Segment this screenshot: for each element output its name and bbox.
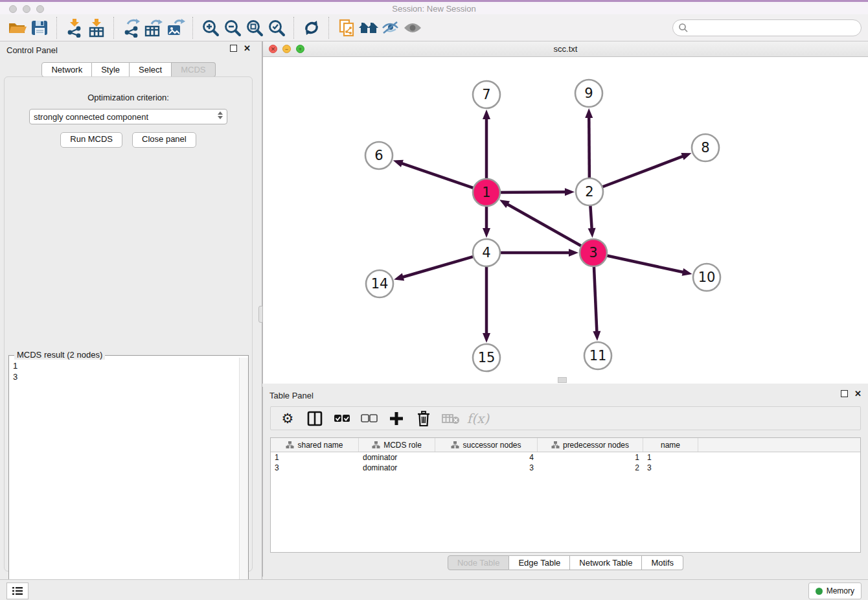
column-header-name[interactable]: name xyxy=(643,438,698,452)
tab-motifs[interactable]: Motifs xyxy=(642,555,683,570)
graph-edge-1-2[interactable] xyxy=(499,192,567,192)
tab-select[interactable]: Select xyxy=(130,62,172,77)
tab-mcds[interactable]: MCDS xyxy=(172,62,215,77)
edge-arrowhead xyxy=(569,249,578,257)
import-network-icon[interactable] xyxy=(63,17,86,38)
node-label-9: 9 xyxy=(584,86,593,101)
edge-arrowhead xyxy=(682,268,692,276)
export-table-icon[interactable] xyxy=(143,17,165,38)
create-column-icon[interactable] xyxy=(387,410,405,428)
hide-selected-icon[interactable] xyxy=(380,17,402,38)
app-titlebar: Session: New Session xyxy=(0,0,868,15)
cell-name[interactable]: 1 xyxy=(643,452,698,463)
graph-edge-2-9[interactable] xyxy=(589,116,589,179)
cell-mcds-role[interactable]: dominator xyxy=(359,463,435,473)
table-panel-title: Table Panel xyxy=(269,391,314,400)
graph-edge-1-6[interactable] xyxy=(400,163,475,188)
search-input[interactable] xyxy=(689,22,856,33)
column-header-shared-name[interactable]: shared name xyxy=(271,438,359,452)
network-canvas[interactable]: 7968124314101511 xyxy=(263,57,868,384)
graph-edge-2-3[interactable] xyxy=(590,204,592,230)
network-window-titlebar[interactable]: ✕ − + scc.txt xyxy=(263,41,868,57)
tab-network[interactable]: Network xyxy=(41,62,92,77)
zoom-in-icon[interactable] xyxy=(200,17,222,38)
node-label-8: 8 xyxy=(701,140,709,156)
cell-name[interactable]: 3 xyxy=(643,463,698,473)
table-panel: Table Panel ✕ ⚙ f(x) xyxy=(262,387,868,577)
graph-edge-3-11[interactable] xyxy=(594,265,597,333)
import-table-icon[interactable] xyxy=(86,17,108,38)
dropdown-stepper-icon xyxy=(218,111,223,119)
node-table[interactable]: shared name MCDS role successor nodes pr… xyxy=(270,437,861,553)
graph-edge-3-10[interactable] xyxy=(606,255,685,273)
run-mcds-button[interactable]: Run MCDS xyxy=(60,132,122,148)
cell-successor-nodes[interactable]: 4 xyxy=(435,452,538,463)
cell-successor-nodes[interactable]: 3 xyxy=(435,463,538,473)
float-panel-icon[interactable] xyxy=(230,45,237,52)
open-session-icon[interactable] xyxy=(6,17,29,38)
table-row[interactable]: 3 dominator 3 2 3 xyxy=(271,463,860,473)
optimization-criterion-select[interactable]: strongly connected component xyxy=(29,109,227,124)
optimization-criterion-label: Optimization criterion: xyxy=(5,93,252,102)
tab-network-table[interactable]: Network Table xyxy=(570,555,642,570)
toolbar-separator xyxy=(328,17,330,39)
cell-mcds-role[interactable]: dominator xyxy=(359,452,435,463)
cell-predecessor-nodes[interactable]: 1 xyxy=(538,452,643,463)
task-history-button[interactable] xyxy=(6,583,29,599)
tab-node-table[interactable]: Node Table xyxy=(448,555,510,570)
list-icon xyxy=(12,586,23,595)
result-line: 1 xyxy=(13,360,236,371)
tab-edge-table[interactable]: Edge Table xyxy=(509,555,570,570)
node-label-10: 10 xyxy=(698,270,716,285)
memory-status-icon xyxy=(816,588,823,595)
memory-button[interactable]: Memory xyxy=(808,583,862,599)
control-panel-tabs: Network Style Select MCDS xyxy=(0,62,257,77)
node-label-1: 1 xyxy=(482,185,490,200)
export-image-icon[interactable] xyxy=(165,17,187,38)
show-all-icon[interactable] xyxy=(402,17,424,38)
close-panel-icon[interactable]: ✕ xyxy=(244,45,251,51)
control-panel: Control Panel ✕ Network Style Select MCD… xyxy=(0,41,257,579)
selected-option: strongly connected component xyxy=(34,112,148,122)
zoom-out-icon[interactable] xyxy=(222,17,244,38)
first-neighbors-icon[interactable] xyxy=(358,17,380,38)
tab-style[interactable]: Style xyxy=(92,62,130,77)
delete-column-icon[interactable] xyxy=(415,410,433,428)
table-settings-icon[interactable]: ⚙ xyxy=(279,410,297,428)
cell-shared-name[interactable]: 3 xyxy=(271,463,359,473)
graph-edge-3-1[interactable] xyxy=(506,203,582,246)
node-label-11: 11 xyxy=(589,348,607,363)
zoom-selected-icon[interactable] xyxy=(266,17,288,38)
column-header-successor-nodes[interactable]: successor nodes xyxy=(435,438,538,452)
save-session-icon[interactable] xyxy=(29,17,51,38)
clone-network-icon[interactable] xyxy=(336,17,358,38)
close-table-panel-icon[interactable]: ✕ xyxy=(854,391,862,397)
cell-shared-name[interactable]: 1 xyxy=(271,452,359,463)
edge-arrowhead xyxy=(483,228,490,238)
graph-edge-4-14[interactable] xyxy=(402,256,475,277)
result-scrollbar[interactable] xyxy=(239,358,248,600)
show-columns-icon[interactable] xyxy=(306,410,324,428)
control-panel-title: Control Panel xyxy=(6,45,58,55)
search-box[interactable] xyxy=(672,19,862,36)
select-all-columns-icon[interactable] xyxy=(333,410,351,428)
zoom-fit-icon[interactable] xyxy=(244,17,266,38)
unselect-all-columns-icon[interactable] xyxy=(360,410,378,428)
cell-predecessor-nodes[interactable]: 2 xyxy=(538,463,643,473)
edge-arrowhead xyxy=(393,160,404,167)
graph-edge-2-8[interactable] xyxy=(601,156,685,187)
node-label-15: 15 xyxy=(478,350,496,365)
refresh-icon[interactable] xyxy=(301,17,323,38)
column-tree-icon xyxy=(451,441,459,449)
column-header-mcds-role[interactable]: MCDS role xyxy=(359,438,435,452)
table-row[interactable]: 1 dominator 4 1 1 xyxy=(271,452,860,463)
column-header-predecessor-nodes[interactable]: predecessor nodes xyxy=(538,438,643,452)
float-table-panel-icon[interactable] xyxy=(841,390,848,397)
close-panel-button[interactable]: Close panel xyxy=(132,132,196,148)
export-network-icon[interactable] xyxy=(120,17,143,38)
network-graph[interactable]: 7968124314101511 xyxy=(263,57,868,384)
column-tree-icon xyxy=(551,441,560,449)
canvas-scroll-thumb[interactable] xyxy=(558,377,567,383)
mcds-result-text[interactable]: 1 3 xyxy=(9,358,240,600)
toolbar-separator xyxy=(113,17,115,39)
